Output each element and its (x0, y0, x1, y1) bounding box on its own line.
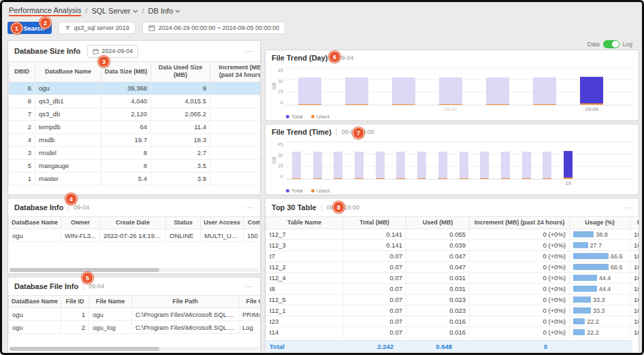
table-cell: 2,120 (101, 107, 151, 120)
table-row[interactable]: t12_50.070.0230 (+0%)33.310 (266, 294, 639, 305)
table-cell: ogu (9, 308, 61, 321)
total-bar-17[interactable] (522, 152, 531, 179)
table-cell: 7 (9, 107, 35, 120)
panel-menu-button[interactable]: ··· (244, 204, 254, 212)
column-header[interactable]: Data Used Size (MB) (151, 62, 210, 82)
usage-bar: 66.6 (573, 253, 626, 260)
table-row[interactable]: 2tempdb6411.40 (9, 120, 261, 133)
total-bar-08-29[interactable] (298, 78, 321, 105)
total-bar-19[interactable] (564, 151, 573, 179)
table-cell: 38.8 (570, 229, 630, 240)
total-bar-09[interactable] (355, 152, 364, 179)
breadcrumb-separator: / (142, 7, 144, 15)
table-row[interactable]: ogu2ogu_logC:\Program Files\Microsoft SQ… (9, 321, 261, 334)
panel-menu-button[interactable]: ··· (244, 48, 254, 55)
column-header[interactable]: Create Date (100, 217, 166, 229)
annotation-4: 4 (65, 193, 77, 205)
column-header[interactable]: Total (MB) (343, 217, 406, 229)
column-header[interactable]: DataBase Name (9, 296, 61, 308)
table-row[interactable]: 3model82.70 (9, 146, 261, 159)
table-row[interactable]: ogu1oguC:\Program Files\Microsoft SQL ..… (9, 308, 261, 321)
total-bar-08-30[interactable] (345, 78, 368, 105)
table-row[interactable]: t12_10.070.0230 (+0%)33.310 (266, 305, 639, 316)
column-header[interactable]: Status (166, 217, 201, 229)
legend-item-total[interactable]: Total (286, 114, 303, 120)
table-row[interactable]: t140.070.0160 (+0%)22.210 (266, 327, 639, 338)
total-bar-15[interactable] (480, 152, 489, 179)
table-cell: 0.07 (343, 316, 406, 327)
x-axis-label (495, 180, 516, 187)
legend-item-total[interactable]: Total (286, 188, 303, 194)
panel-menu-button[interactable]: ··· (623, 204, 632, 212)
total-bar-08-31[interactable] (392, 78, 415, 105)
total-bar-11[interactable] (396, 152, 405, 179)
table-row[interactable]: t80.070.0310 (+0%)44.410 (266, 284, 639, 294)
scrollbar-thumb[interactable] (10, 347, 159, 351)
column-header[interactable]: DataBase Name (9, 217, 61, 229)
table-row[interactable]: 4msdb19.718.30 (9, 133, 261, 146)
usage-bar-fill (573, 275, 597, 281)
table-row[interactable]: t12_30.1410.0390 (+0%)27.710 (266, 240, 639, 251)
date-range-picker[interactable]: 2024-08-29 00:00:00 ~ 2024-09-05 00:00:0… (142, 22, 285, 34)
column-header[interactable]: Table Name (266, 217, 343, 229)
total-bar-06[interactable] (292, 152, 301, 179)
total-bar-14[interactable] (460, 152, 468, 179)
table-row[interactable]: 7qs3_db2,1202,065.20 (9, 107, 261, 120)
table-row[interactable]: t70.070.0470 (+0%)66.610 (266, 251, 639, 262)
legend-item-used[interactable]: Used (311, 188, 329, 194)
table-row[interactable]: 8qs3_db14,0404,015.50 (9, 95, 261, 107)
column-header[interactable]: Owner (61, 217, 100, 229)
column-header[interactable]: File Name (89, 296, 132, 308)
scrollbar-thumb[interactable] (10, 268, 159, 272)
breadcrumb-db-info[interactable]: DB Info (148, 7, 181, 15)
table-cell: master (35, 172, 101, 185)
table-row[interactable]: 6ogu39,36890 (9, 82, 261, 95)
column-header[interactable]: Increment (MB) (past 24 hours) (470, 217, 570, 229)
breadcrumb-sql-server[interactable]: SQL Server (91, 7, 138, 15)
total-bar-09-02[interactable] (486, 78, 509, 105)
used-bar-15 (480, 178, 489, 179)
date-picker[interactable]: 2024-09-04 (87, 45, 138, 58)
usage-bar-fill (573, 297, 591, 303)
total-bar-09-04[interactable] (580, 77, 603, 105)
column-header[interactable]: File ID (61, 296, 89, 308)
column-header[interactable]: Used (MB) (406, 217, 470, 229)
total-bar-09-03[interactable] (533, 78, 556, 105)
table-cell: 0.07 (343, 305, 406, 316)
table-row[interactable]: 5maxgauge83.50 (9, 159, 261, 172)
column-header[interactable]: Compatibility Level (244, 217, 261, 229)
total-bar-08[interactable] (334, 152, 342, 179)
table-row[interactable]: t12_20.070.0470 (+0%)66.610 (266, 262, 639, 273)
total-bar-12[interactable] (417, 152, 426, 179)
database-size-info-panel: Database Size Info 2024-09-04 ··· DBIDDa… (7, 40, 261, 195)
column-header[interactable]: Increment (MB) (past 24 hours) (210, 62, 261, 82)
panel-menu-button[interactable]: ··· (244, 283, 254, 290)
table-row[interactable]: t12_40.070.0310 (+0%)44.410 (266, 273, 639, 284)
legend-item-used[interactable]: Used (311, 114, 329, 120)
total-bar-16[interactable] (501, 152, 510, 179)
column-header[interactable]: DataBase Name (35, 62, 101, 82)
total-bar-09-01[interactable] (439, 78, 462, 105)
total-bar-13[interactable] (438, 152, 447, 179)
data-log-switch[interactable] (603, 40, 619, 48)
column-header[interactable]: Rows (630, 217, 639, 229)
column-header[interactable]: User Access (201, 217, 244, 229)
column-header[interactable]: File Group (239, 296, 261, 308)
table-row[interactable]: 1master5.43.90 (9, 172, 261, 185)
y-tick-label: 15 (278, 163, 283, 169)
table-row[interactable]: oguWIN-FL3...2022-07-26 14:19:18ONLINEMU… (9, 229, 261, 242)
table-cell: 44.4 (570, 284, 630, 294)
table-cell: 10 (630, 262, 639, 273)
table-row[interactable]: t12_70.1410.0550 (+0%)38.810 (266, 229, 639, 240)
total-bar-18[interactable] (543, 152, 551, 179)
total-bar-07[interactable] (313, 152, 322, 179)
instance-selector[interactable]: qs3_sql server 2019 (59, 22, 135, 34)
table-cell: t8 (266, 284, 343, 294)
column-header[interactable]: Usage (%) (570, 217, 630, 229)
column-header[interactable]: File Path (132, 296, 239, 308)
total-bar-10[interactable] (376, 152, 385, 179)
breadcrumb-label: SQL Server (91, 7, 130, 15)
table-row[interactable]: t230.070.0160 (+0%)22.210 (266, 316, 639, 327)
column-header[interactable]: DBID (9, 62, 35, 82)
breadcrumb-performance-analysis[interactable]: Performance Analysis (9, 6, 81, 16)
